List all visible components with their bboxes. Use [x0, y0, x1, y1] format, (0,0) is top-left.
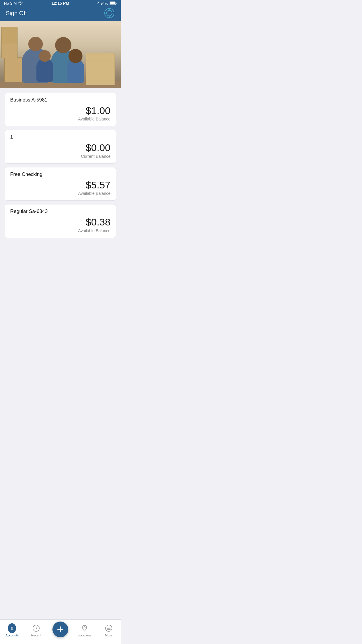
sign-off-button[interactable]: Sign Off [6, 10, 27, 17]
nav-bar: Sign Off [0, 6, 121, 21]
family-scene [0, 21, 121, 88]
svg-point-3 [107, 10, 112, 16]
account-name-2: Free Checking [10, 172, 110, 177]
location-icon [96, 1, 99, 5]
app-logo [104, 8, 115, 19]
balance-label-2: Available Balance [78, 191, 110, 196]
battery-icon [110, 1, 117, 5]
account-card-2[interactable]: Free Checking $5.57 Available Balance [5, 167, 116, 201]
balance-row-1: $0.00 Current Balance [10, 142, 110, 158]
account-card-0[interactable]: Business A-5981 $1.00 Available Balance [5, 93, 116, 126]
status-time: 12:15 PM [52, 1, 69, 6]
balance-label-1: Current Balance [81, 154, 110, 159]
account-card-3[interactable]: Regular Sa-6843 $0.38 Available Balance [5, 204, 116, 238]
balance-row-0: $1.00 Available Balance [10, 105, 110, 121]
svg-rect-1 [110, 2, 115, 4]
account-name-0: Business A-5981 [10, 97, 110, 103]
account-name-1: 1 [10, 134, 110, 140]
accounts-area: Business A-5981 $1.00 Available Balance … [0, 88, 121, 264]
status-left: No SIM [4, 1, 23, 6]
balance-row-2: $5.57 Available Balance [10, 180, 110, 196]
battery-text: 94% [101, 1, 108, 6]
status-right: 94% [96, 1, 117, 6]
account-name-3: Regular Sa-6843 [10, 209, 110, 214]
balance-label-0: Available Balance [78, 117, 110, 121]
balance-row-3: $0.38 Available Balance [10, 217, 110, 233]
hero-image [0, 21, 121, 88]
balance-label-3: Available Balance [78, 228, 110, 233]
no-sim-text: No SIM [4, 1, 17, 6]
account-balance-1: $0.00 [86, 142, 110, 153]
status-bar: No SIM 12:15 PM 94% [0, 0, 121, 6]
account-balance-3: $0.38 [86, 217, 110, 228]
account-card-1[interactable]: 1 $0.00 Current Balance [5, 130, 116, 163]
account-balance-0: $1.00 [86, 105, 110, 116]
wifi-icon [18, 1, 23, 5]
account-balance-2: $5.57 [86, 180, 110, 190]
